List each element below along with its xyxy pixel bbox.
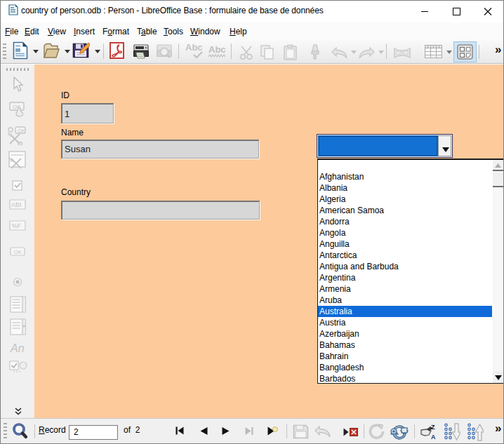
svg-text:A: A — [431, 433, 436, 440]
svg-text:OK: OK — [14, 249, 22, 255]
svg-text:OK: OK — [18, 128, 25, 134]
svg-text:ABI: ABI — [11, 201, 22, 208]
svg-text:%F: %F — [12, 222, 22, 229]
svg-text:Z: Z — [431, 424, 435, 431]
